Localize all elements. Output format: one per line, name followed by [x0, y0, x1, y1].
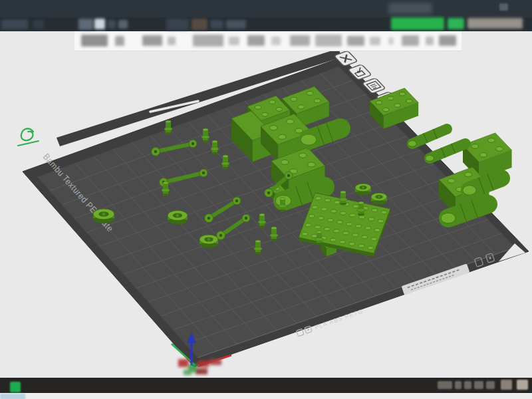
statusbar-blue-tab: [0, 394, 25, 399]
origin-censored-blob: [178, 359, 221, 375]
toolbar-icon-blurred[interactable]: [168, 37, 176, 45]
statusbar-accent-square[interactable]: [10, 382, 21, 392]
toolbar-icon-blurred[interactable]: [81, 35, 108, 47]
toolbar-icon-blurred[interactable]: [290, 35, 310, 46]
menubar-item-blurred[interactable]: [33, 20, 44, 29]
toolbar-icon-blurred[interactable]: [229, 37, 239, 45]
toolbar-icon-blurred[interactable]: [142, 35, 162, 46]
toolbar-icon-blurred[interactable]: [347, 36, 364, 46]
statusbar-icon-blurred[interactable]: [501, 380, 512, 390]
toolbar-icon-blurred[interactable]: [426, 37, 434, 45]
menubar-item-blurred[interactable]: [78, 19, 93, 30]
toolbar-icon-blurred[interactable]: [402, 35, 419, 46]
model-part[interactable]: [93, 209, 114, 223]
statusbar-lower-strip: [0, 393, 532, 399]
toolbar-icon-blurred[interactable]: [388, 37, 394, 45]
toolbar-icon-blurred[interactable]: [193, 35, 223, 47]
menubar: [0, 17, 532, 31]
secondary-action-button-blurred[interactable]: [448, 18, 464, 29]
menubar-item-blurred[interactable]: [1, 19, 28, 29]
pen-annotation: [18, 128, 39, 146]
viewport-canvas[interactable]: Bambu Textured PEI Plate PLA ABS PETG: [0, 0, 532, 399]
statusbar-icon-blurred[interactable]: [486, 381, 495, 389]
toolbar-icon-blurred[interactable]: [115, 36, 124, 46]
toolbar-icon-blurred[interactable]: [271, 37, 281, 45]
toolbar-icon-blurred[interactable]: [247, 35, 265, 46]
statusbar-icon-blurred[interactable]: [517, 380, 528, 390]
menubar-item-blurred[interactable]: [210, 20, 223, 29]
toolbar-icon-blurred[interactable]: [439, 35, 456, 46]
menubar-item-blurred[interactable]: [118, 20, 128, 29]
menubar-item-blurred[interactable]: [94, 19, 105, 29]
menubar-right-group-blurred[interactable]: [467, 18, 523, 29]
menubar-item-blurred[interactable]: [192, 19, 207, 30]
model-part[interactable]: [355, 184, 371, 196]
statusbar-icon-blurred[interactable]: [464, 381, 471, 389]
primary-action-button-blurred[interactable]: [391, 17, 444, 30]
menubar-item-blurred[interactable]: [226, 20, 246, 29]
statusbar-icon-blurred[interactable]: [474, 381, 483, 389]
model-part[interactable]: [426, 144, 466, 161]
window-title-blurred: [388, 3, 432, 14]
toolbar-icon-blurred[interactable]: [370, 37, 380, 45]
menubar-item-blurred[interactable]: [108, 20, 116, 29]
model-part[interactable]: [371, 193, 387, 205]
menubar-item-blurred[interactable]: [166, 19, 189, 30]
model-part[interactable]: [200, 235, 218, 248]
window-titlebar[interactable]: [0, 0, 532, 17]
toolbar: [74, 31, 462, 51]
titlebar-corner-icon[interactable]: [499, 3, 508, 11]
model-part[interactable]: [168, 211, 188, 225]
statusbar-icon-blurred[interactable]: [455, 381, 462, 389]
statusbar-icon-blurred[interactable]: [438, 381, 452, 389]
plate-front-logo-dot: [307, 329, 310, 331]
statusbar: [0, 378, 532, 393]
model-part[interactable]: [408, 129, 447, 146]
toolbar-icon-blurred[interactable]: [315, 35, 342, 47]
